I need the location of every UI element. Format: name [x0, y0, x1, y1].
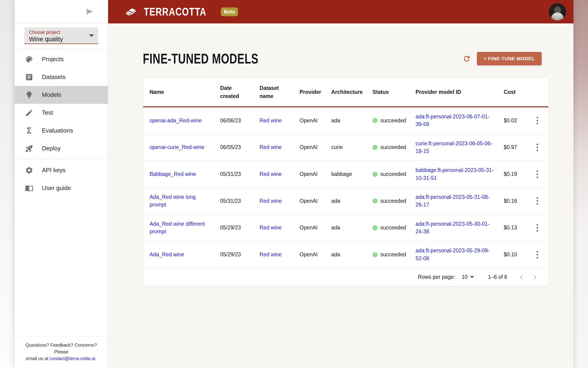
rows-per-page-select[interactable]: 10 [462, 274, 474, 280]
status-dot-icon [372, 118, 377, 123]
beta-badge: Beta [221, 7, 238, 16]
model-name-link[interactable]: Babbage_Red wine [149, 171, 196, 177]
row-menu-kebab-icon[interactable] [533, 196, 542, 206]
dataset-name-link[interactable]: Red wine [260, 198, 282, 204]
footer-line1: Questions? Feedback? Concerns? Please [26, 342, 97, 354]
title-row: FINE-TUNED MODELS + FINE-TUNE MODEL [143, 50, 549, 67]
contact-email-link[interactable]: contact@terra-cotta.ai [50, 356, 95, 361]
collapse-sidebar-icon[interactable] [84, 7, 95, 17]
app-title: TERRACOTTA [144, 5, 207, 18]
dataset-name-link[interactable]: Red wine [260, 144, 282, 150]
title-actions: + FINE-TUNE MODEL [462, 52, 542, 65]
row-menu-kebab-icon[interactable] [533, 142, 542, 153]
status-dot-icon [372, 198, 377, 203]
status-dot-icon [372, 252, 377, 257]
pagination-bar: Rows per page: 10 1–6 of 6 [143, 268, 548, 286]
desktop-backdrop-right [573, 0, 588, 368]
provider-model-id-link[interactable]: ada:ft-personal-2023-06-07-01-39-59 [415, 114, 490, 127]
sidebar-nav: Projects Datasets Models Test [15, 49, 108, 199]
architecture-cell: ada [328, 188, 369, 215]
provider-model-id-link[interactable]: babbage:ft-personal-2023-05-31-10-31-51 [415, 167, 494, 181]
date-created-cell: 05/31/23 [216, 188, 256, 215]
row-menu-kebab-icon[interactable] [533, 223, 542, 233]
date-created-cell: 05/29/23 [216, 214, 256, 241]
col-header-date-created: Date created [216, 78, 256, 107]
sidebar-item-label: Models [42, 91, 61, 99]
app-window: Choose project Wine quality Projects Dat… [15, 0, 573, 368]
gear-icon [25, 166, 34, 175]
provider-model-id-link[interactable]: curie:ft-personal-2023-06-05-06-18-15 [415, 140, 492, 154]
table-header-row: Name Date created Dataset name Provider … [143, 78, 549, 107]
project-select-label: Choose project [29, 30, 94, 35]
model-name-link[interactable]: Ada_Red wine long prompt [149, 194, 196, 208]
cost-cell: $0.97 [500, 134, 526, 161]
sidebar-item-label: API keys [42, 167, 66, 174]
model-name-link[interactable]: Ada_Red wine different prompt [149, 221, 205, 235]
dataset-name-link[interactable]: Red wine [260, 225, 282, 230]
status-dot-icon [372, 145, 377, 150]
provider-model-id-link[interactable]: ada:ft-personal-2023-05-29-09-52-08 [415, 248, 490, 261]
sidebar-item-deploy[interactable]: Deploy [15, 139, 108, 157]
architecture-cell: ada [328, 241, 369, 268]
col-header-provider: Provider [296, 78, 328, 107]
sidebar-divider [15, 159, 108, 159]
fine-tune-model-button[interactable]: + FINE-TUNE MODEL [477, 52, 542, 65]
table-body: openai-ada_Red-wine 06/06/23 Red wine Op… [143, 107, 549, 268]
project-select[interactable]: Choose project Wine quality [24, 27, 98, 44]
refresh-icon[interactable] [462, 54, 472, 64]
previous-page-icon[interactable] [517, 272, 527, 282]
lightbulb-icon [25, 91, 34, 99]
rows-per-page-value: 10 [462, 274, 468, 280]
sidebar-item-label: Deploy [42, 145, 61, 152]
sidebar-item-user-guide[interactable]: User guide [15, 179, 108, 197]
sidebar-item-label: Datasets [42, 74, 66, 81]
architecture-cell: babbage [328, 161, 369, 188]
rows-per-page-label: Rows per page: [418, 274, 455, 280]
sidebar-item-label: User guide [42, 184, 71, 192]
status-dot-icon [372, 172, 377, 177]
status-label: succeeded [380, 224, 406, 231]
sidebar-item-api-keys[interactable]: API keys [15, 161, 108, 179]
sidebar: Choose project Wine quality Projects Dat… [15, 0, 108, 368]
provider-cell: OpenAI [296, 241, 328, 268]
cost-cell: $0.16 [500, 188, 526, 215]
col-header-cost: Cost [500, 78, 526, 107]
project-select-value: Wine quality [29, 36, 94, 43]
sidebar-item-projects[interactable]: Projects [15, 50, 108, 68]
model-name-link[interactable]: openai-curie_Red-wine [149, 144, 204, 150]
col-header-dataset-name: Dataset name [256, 78, 296, 107]
table-row: openai-curie_Red-wine 06/05/23 Red wine … [143, 134, 549, 161]
app-logo: TERRACOTTA Beta [124, 5, 238, 18]
provider-model-id-link[interactable]: ada:ft-personal-2023-05-31-08-26-17 [415, 194, 490, 208]
sidebar-footer: Questions? Feedback? Concerns? Please em… [15, 336, 108, 368]
table-row: openai-ada_Red-wine 06/06/23 Red wine Op… [143, 107, 549, 134]
provider-model-id-link[interactable]: ada:ft-personal-2023-05-30-01-24-38 [415, 221, 490, 235]
status-label: succeeded [380, 251, 406, 258]
model-name-link[interactable]: Ada_Red wine [149, 251, 184, 258]
model-name-link[interactable]: openai-ada_Red-wine [149, 118, 202, 123]
row-menu-kebab-icon[interactable] [533, 249, 542, 260]
sidebar-item-evaluations[interactable]: Σ Evaluations [15, 122, 108, 139]
row-menu-kebab-icon[interactable] [533, 115, 542, 126]
book-icon [25, 184, 34, 193]
table-row: Babbage_Red wine 05/31/23 Red wine OpenA… [143, 161, 549, 188]
dataset-name-link[interactable]: Red wine [260, 118, 282, 123]
user-avatar[interactable] [549, 3, 566, 20]
content-column: TERRACOTTA Beta FINE-TUNED MODELS + FINE… [108, 0, 573, 368]
desktop-backdrop-left [0, 0, 15, 368]
table-row: Ada_Red wine 05/29/23 Red wine OpenAI ad… [143, 241, 549, 268]
chevron-down-icon [470, 276, 474, 278]
dataset-name-link[interactable]: Red wine [260, 171, 282, 177]
next-page-icon[interactable] [530, 272, 540, 282]
cost-cell: $0.02 [500, 107, 526, 134]
sidebar-item-models[interactable]: Models [15, 86, 108, 104]
sidebar-item-datasets[interactable]: Datasets [15, 68, 108, 86]
footer-line2-prefix: email us at [26, 356, 50, 361]
date-created-cell: 06/05/23 [216, 134, 256, 161]
date-created-cell: 05/31/23 [216, 161, 256, 188]
row-menu-kebab-icon[interactable] [533, 169, 542, 179]
provider-cell: OpenAI [296, 214, 328, 241]
sidebar-item-test[interactable]: Test [15, 104, 108, 122]
pencil-icon [25, 109, 34, 117]
dataset-name-link[interactable]: Red wine [260, 251, 282, 258]
